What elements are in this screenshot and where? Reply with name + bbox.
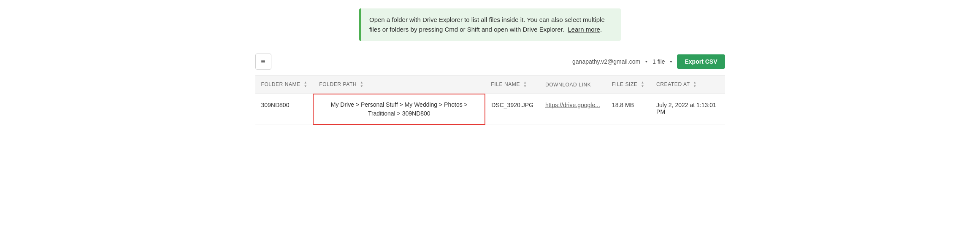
header-row: FOLDER NAME ▲▼ FOLDER PATH ▲▼ FILE NAME … [255,76,725,94]
page-wrapper: Open a folder with Drive Explorer to lis… [245,0,735,133]
cell-folder-path: My Drive > Personal Stuff > My Wedding >… [313,94,485,124]
cell-file-name: DSC_3920.JPG [485,94,539,124]
table-header: FOLDER NAME ▲▼ FOLDER PATH ▲▼ FILE NAME … [255,76,725,94]
sort-icon-file-name: ▲▼ [523,81,527,89]
folder-path-text: My Drive > Personal Stuff > My Wedding >… [331,101,468,117]
sort-icon-folder-path: ▲▼ [360,81,364,89]
col-download-link: DOWNLOAD LINK [539,76,606,94]
col-folder-name[interactable]: FOLDER NAME ▲▼ [255,76,314,94]
col-file-name[interactable]: FILE NAME ▲▼ [485,76,539,94]
tooltip-banner: Open a folder with Drive Explorer to lis… [359,8,621,41]
table-body: 309ND800 My Drive > Personal Stuff > My … [255,94,725,124]
col-file-size[interactable]: FILE SIZE ▲▼ [606,76,650,94]
dot-separator-1: • [645,58,647,65]
learn-more-link[interactable]: Learn more [568,26,600,33]
sort-icon-file-size: ▲▼ [641,81,645,89]
table-row: 309ND800 My Drive > Personal Stuff > My … [255,94,725,124]
cell-folder-name: 309ND800 [255,94,314,124]
menu-button[interactable]: ≡ [255,54,271,70]
toolbar: ≡ ganapathy.v2@gmail.com • 1 file • Expo… [255,49,725,74]
cell-file-size: 18.8 MB [606,94,650,124]
cell-created-at: July 2, 2022 at 1:13:01 PM [650,94,725,124]
dot-separator-2: • [670,58,672,65]
sort-icon-created-at: ▲▼ [693,81,697,89]
sort-icon-folder-name: ▲▼ [304,81,308,89]
user-email: ganapathy.v2@gmail.com [572,58,640,65]
export-csv-button[interactable]: Export CSV [677,54,725,69]
download-link-anchor[interactable]: https://drive.google... [545,102,600,108]
hamburger-icon: ≡ [261,57,265,66]
file-count: 1 file [652,58,665,65]
toolbar-right: ganapathy.v2@gmail.com • 1 file • Export… [572,54,725,69]
tooltip-text: Open a folder with Drive Explorer to lis… [369,15,612,34]
cell-download-link[interactable]: https://drive.google... [539,94,606,124]
data-table: FOLDER NAME ▲▼ FOLDER PATH ▲▼ FILE NAME … [255,75,725,125]
col-created-at[interactable]: CREATED AT ▲▼ [650,76,725,94]
col-folder-path[interactable]: FOLDER PATH ▲▼ [313,76,485,94]
